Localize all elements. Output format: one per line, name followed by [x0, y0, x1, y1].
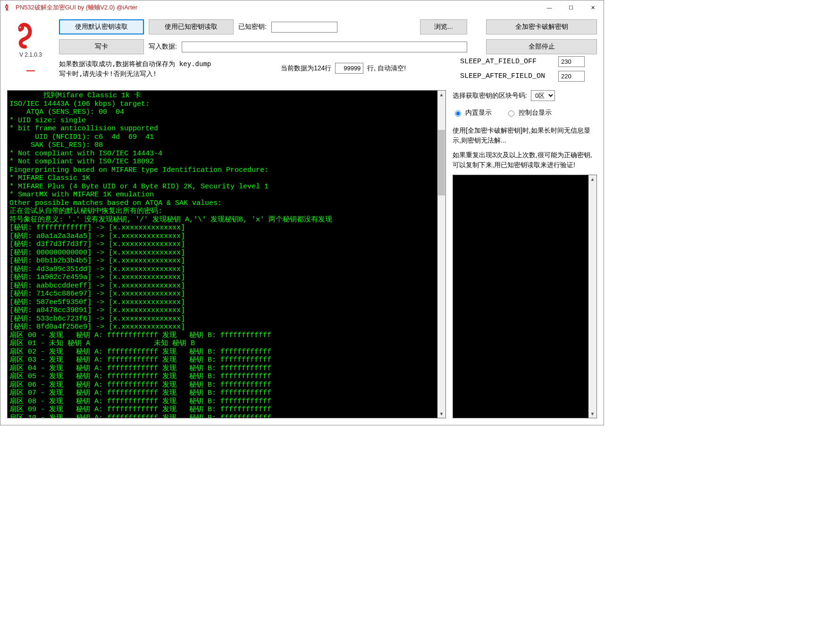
- known-key-label: 已知密钥:: [238, 23, 267, 31]
- read-default-key-button[interactable]: 使用默认密钥读取: [59, 19, 144, 34]
- write-data-input[interactable]: [182, 42, 467, 52]
- info-message: 如果数据读取成功,数据将被自动保存为 key.dump 写卡时,请先读卡!否则无…: [59, 59, 276, 79]
- app-icon: [4, 3, 13, 12]
- svg-point-0: [6, 4, 8, 6]
- current-lines-label: 当前数据为124行: [281, 64, 331, 73]
- sleep-off-input[interactable]: [558, 56, 585, 67]
- radio-console[interactable]: 控制台显示: [506, 109, 552, 117]
- side-column: 选择获取密钥的区块号码: 0区 内置显示 控制台显示 使用[全加密卡破解密钥]时…: [453, 90, 597, 418]
- logo-column: V 2.1.0.3 —: [7, 19, 54, 90]
- radio-builtin-input[interactable]: [455, 110, 461, 117]
- scroll-up-icon[interactable]: ▲: [588, 175, 596, 183]
- sleep-on-input[interactable]: [558, 71, 585, 82]
- svg-point-2: [20, 27, 21, 28]
- stop-all-button[interactable]: 全部停止: [486, 39, 597, 54]
- browse-button[interactable]: 浏览...: [420, 19, 467, 34]
- sleep-on-label: SLEEP_AFTER_FIELD_ON: [460, 72, 554, 80]
- titlebar: PN532破解全加密GUI by (蛐蛐V2.0) @iArter — ☐ ✕: [0, 0, 604, 15]
- side-console-scrollbar[interactable]: ▲ ▼: [588, 175, 596, 418]
- sleep-off-label: SLEEP_AT_FIELD_OFF: [460, 58, 554, 66]
- status-indicator-icon: —: [26, 66, 35, 76]
- crack-key-button[interactable]: 全加密卡破解密钥: [486, 19, 597, 34]
- auto-clear-label: 行, 自动清空!: [367, 64, 406, 73]
- window-title: PN532破解全加密GUI by (蛐蛐V2.0) @iArter: [16, 3, 538, 12]
- known-key-input[interactable]: [271, 22, 337, 33]
- maximize-button[interactable]: ☐: [560, 0, 582, 15]
- close-button[interactable]: ✕: [582, 0, 604, 15]
- scroll-down-icon[interactable]: ▼: [588, 410, 596, 418]
- side-console[interactable]: ▲ ▼: [453, 175, 597, 418]
- main-console-wrap: 找到Mifare Classic 1k 卡 ISO/IEC 14443A (10…: [7, 90, 446, 418]
- scroll-down-icon[interactable]: ▼: [437, 410, 445, 418]
- side-message-1: 使用[全加密卡破解密钥]时,如果长时间无信息显示,则密钥无法解...: [453, 126, 597, 145]
- block-select[interactable]: 0区: [531, 90, 555, 101]
- svg-point-1: [18, 25, 24, 31]
- scroll-thumb[interactable]: [438, 130, 445, 195]
- radio-console-input[interactable]: [508, 110, 514, 117]
- side-message-2: 如果重复出现3次及以上次数,很可能为正确密钥,可以复制下来,用已知密钥读取来进行…: [453, 150, 597, 170]
- write-data-label: 写入数据:: [149, 42, 177, 51]
- scroll-up-icon[interactable]: ▲: [437, 91, 445, 99]
- block-select-label: 选择获取密钥的区块号码:: [453, 92, 527, 100]
- max-lines-input[interactable]: [335, 63, 363, 74]
- app-window: PN532破解全加密GUI by (蛐蛐V2.0) @iArter — ☐ ✕ …: [0, 0, 604, 425]
- write-card-button[interactable]: 写卡: [59, 39, 144, 54]
- main-console[interactable]: 找到Mifare Classic 1k 卡 ISO/IEC 14443A (10…: [8, 91, 437, 418]
- version-label: V 2.1.0.3: [19, 51, 42, 58]
- minimize-button[interactable]: —: [538, 0, 560, 15]
- main-console-scrollbar[interactable]: ▲ ▼: [437, 91, 445, 418]
- read-known-key-button[interactable]: 使用已知密钥读取: [149, 19, 234, 34]
- content-area: V 2.1.0.3 — 使用默认密钥读取 使用已知密钥读取 已知密钥: 浏览..…: [0, 15, 604, 425]
- radio-builtin[interactable]: 内置显示: [453, 109, 492, 117]
- worm-icon: [16, 19, 46, 50]
